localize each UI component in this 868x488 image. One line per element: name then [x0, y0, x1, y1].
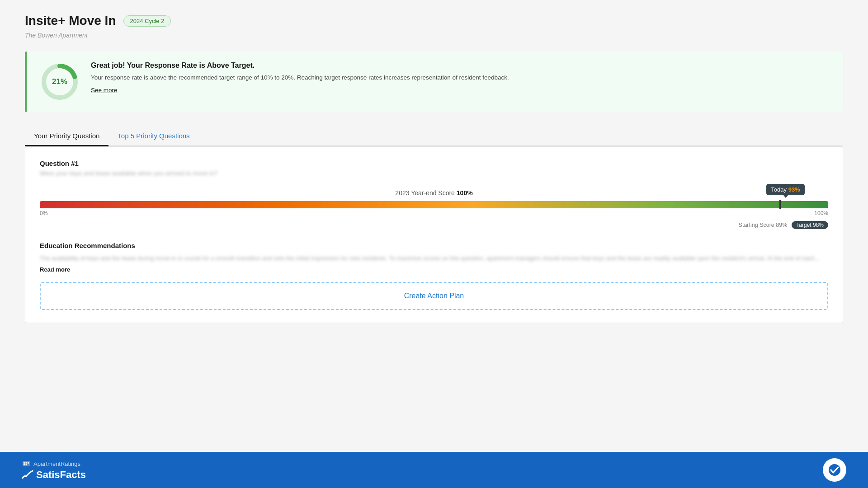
edu-body: The availability of keys and the lease d…	[40, 254, 828, 263]
tabs-container: Your Priority Question Top 5 Priority Qu…	[25, 127, 843, 146]
create-action-plan-button[interactable]: Create Action Plan	[40, 282, 828, 310]
edu-title: Education Recommendations	[40, 242, 828, 249]
read-more-link[interactable]: Read more	[40, 266, 828, 273]
progress-marker	[779, 200, 781, 209]
alert-text: Great job! Your Response Rate is Above T…	[91, 61, 830, 94]
footer: ApartmentRatings SatisFacts	[0, 452, 868, 488]
starting-score: Starting Score 89%	[739, 222, 788, 228]
score-meta: Starting Score 89% Target 98%	[40, 221, 828, 229]
apartment-ratings-icon	[22, 459, 31, 468]
footer-logo-bottom: SatisFacts	[22, 469, 86, 481]
score-section: 2023 Year-end Score 100% Today 93% 0% 10…	[40, 189, 828, 229]
pct-100: 100%	[814, 210, 828, 216]
svg-rect-7	[26, 464, 27, 465]
tab-your-priority[interactable]: Your Priority Question	[25, 127, 108, 146]
progress-wrapper: Today 93% 0% 100%	[40, 201, 828, 216]
alert-title: Great job! Your Response Rate is Above T…	[91, 61, 830, 70]
progress-labels: 0% 100%	[40, 210, 828, 216]
checkmark-circle-icon	[828, 463, 841, 477]
cycle-badge: 2024 Cycle 2	[123, 15, 171, 27]
alert-banner: 21% Great job! Your Response Rate is Abo…	[25, 52, 843, 112]
today-tooltip: Today 93%	[766, 184, 804, 195]
score-value: 100%	[457, 189, 473, 197]
pct-0: 0%	[40, 210, 47, 216]
svg-rect-3	[24, 462, 25, 464]
progress-bar	[40, 201, 828, 208]
see-more-link[interactable]: See more	[91, 87, 118, 94]
footer-logo: ApartmentRatings SatisFacts	[22, 459, 86, 481]
donut-percent: 21%	[52, 77, 67, 86]
footer-brand-top: ApartmentRatings	[33, 460, 80, 467]
question-card: Question #1 Were your keys and lease ava…	[25, 146, 843, 323]
question-text: Were your keys and lease available when …	[40, 170, 828, 177]
svg-rect-4	[26, 462, 27, 464]
today-pct: 93%	[788, 186, 800, 193]
alert-body: Your response rate is above the recommen…	[91, 73, 830, 82]
tab-top5[interactable]: Top 5 Priority Questions	[108, 127, 198, 146]
subtitle: The Bowen Apartment	[25, 32, 843, 39]
footer-logo-top: ApartmentRatings	[22, 459, 80, 468]
footer-check-icon	[823, 458, 846, 482]
page-title: Insite+ Move In	[25, 14, 116, 28]
response-rate-donut: 21%	[39, 61, 80, 102]
svg-rect-6	[24, 464, 25, 465]
score-label: 2023 Year-end Score 100%	[40, 189, 828, 197]
target-badge: Target 98%	[792, 221, 828, 229]
page-header: Insite+ Move In 2024 Cycle 2	[25, 14, 843, 28]
footer-brand-bottom: SatisFacts	[36, 469, 86, 481]
question-label: Question #1	[40, 160, 828, 167]
svg-rect-5	[28, 462, 29, 464]
satisfacts-checkmark-icon	[22, 469, 33, 481]
